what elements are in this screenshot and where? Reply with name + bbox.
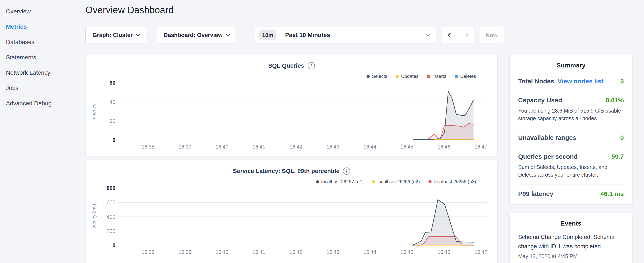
- svg-text:20: 20: [110, 118, 116, 124]
- svg-text:16:42: 16:42: [290, 144, 302, 150]
- chart-plot[interactable]: 16:3816:3916:4016:4116:4216:4316:4416:45…: [86, 160, 497, 263]
- sidebar-item-jobs[interactable]: Jobs: [0, 80, 84, 96]
- svg-text:16:47: 16:47: [474, 249, 487, 255]
- summary-row-label: Capacity Used: [518, 97, 562, 104]
- time-range-badge: 10m: [259, 30, 276, 40]
- sidebar-item-network-latency[interactable]: Network Latency: [0, 65, 84, 80]
- time-range-selector[interactable]: 10m Past 10 Minutes: [255, 27, 436, 43]
- summary-row: Capacity Used0.01%You are using 28.6 MiB…: [518, 91, 624, 128]
- summary-row: Queries per second59.7Sum of Selects, Up…: [518, 147, 624, 184]
- chart-header: SQL Queries i SelectsUpdatesInsertsDelet…: [86, 55, 497, 69]
- legend-dot-icon: [396, 75, 399, 78]
- time-range-label: Past 10 Minutes: [285, 32, 426, 39]
- svg-text:16:42: 16:42: [290, 249, 302, 255]
- previous-range-button[interactable]: [442, 27, 458, 43]
- summary-row-description: Sum of Selects, Updates, Inserts, and De…: [518, 163, 624, 179]
- svg-text:16:45: 16:45: [400, 249, 413, 255]
- summary-rows: Total NodesView nodes list3Capacity Used…: [518, 72, 624, 203]
- chevron-down-icon: [426, 33, 430, 36]
- chevron-down-icon: [226, 33, 230, 36]
- chart-card-service-latency: Service Latency: SQL, 99th percentile i …: [86, 160, 498, 263]
- summary-row: Unavailable ranges0: [518, 128, 624, 147]
- summary-row-value: 59.7: [612, 153, 624, 160]
- dashboard-dropdown-label: Dashboard: Overview: [164, 32, 222, 39]
- svg-text:16:38: 16:38: [142, 144, 154, 150]
- svg-text:16:39: 16:39: [178, 249, 191, 255]
- svg-text:600: 600: [106, 199, 116, 205]
- dashboard-dropdown[interactable]: Dashboard: Overview: [157, 27, 236, 43]
- view-nodes-list-link[interactable]: View nodes list: [558, 78, 604, 85]
- event-item: Schema Change Completed: Schema change w…: [518, 232, 624, 259]
- summary-row-value: 3: [620, 78, 624, 85]
- svg-text:16:43: 16:43: [326, 249, 339, 255]
- legend-item[interactable]: Deletes: [455, 74, 476, 79]
- chevron-down-icon: [136, 33, 140, 36]
- toolbar: Graph: Cluster Dashboard: Overview 10m P…: [86, 27, 504, 43]
- svg-text:queries: queries: [91, 104, 96, 119]
- chart-title: Service Latency: SQL, 99th percentile: [233, 168, 339, 174]
- chart-legend: localhost:26257 (n1)localhost:26259 (n2)…: [316, 179, 476, 184]
- event-timestamp: May 13, 2020 at 4:45 PM: [518, 253, 624, 259]
- svg-text:200: 200: [106, 228, 116, 234]
- time-pager: [442, 27, 475, 43]
- sidebar-item-overview[interactable]: Overview: [0, 4, 84, 19]
- graph-dropdown-label: Graph: Cluster: [92, 32, 133, 39]
- svg-text:800: 800: [106, 185, 116, 191]
- sidebar: OverviewMetricsDatabasesStatementsNetwor…: [0, 4, 84, 111]
- svg-text:16:40: 16:40: [216, 249, 228, 255]
- svg-text:16:40: 16:40: [216, 144, 228, 150]
- svg-text:16:41: 16:41: [252, 249, 265, 255]
- legend-label: localhost:26258 (n3): [434, 179, 476, 184]
- legend-label: Selects: [372, 74, 387, 79]
- legend-item[interactable]: localhost:26259 (n2): [372, 179, 420, 184]
- svg-text:16:43: 16:43: [326, 144, 339, 150]
- chart-plot[interactable]: 16:3816:3916:4016:4116:4216:4316:4416:45…: [86, 55, 497, 156]
- now-button[interactable]: Now: [479, 27, 504, 43]
- info-icon[interactable]: i: [343, 167, 350, 175]
- svg-text:16:44: 16:44: [364, 249, 376, 255]
- sidebar-item-metrics[interactable]: Metrics: [0, 19, 84, 35]
- legend-label: localhost:26257 (n1): [321, 179, 364, 184]
- sidebar-item-statements[interactable]: Statements: [0, 50, 84, 65]
- legend-label: Deletes: [460, 74, 476, 79]
- legend-item[interactable]: Inserts: [427, 74, 446, 79]
- legend-label: localhost:26259 (n2): [378, 179, 420, 184]
- chevron-right-icon: [464, 33, 468, 37]
- legend-dot-icon: [427, 75, 430, 78]
- svg-text:16:39: 16:39: [178, 144, 191, 150]
- legend-dot-icon: [428, 180, 432, 183]
- summary-row: P99 latency46.1 ms: [518, 184, 624, 203]
- svg-text:0: 0: [112, 242, 116, 248]
- svg-text:16:44: 16:44: [364, 144, 376, 150]
- event-message: Schema Change Completed: Schema change w…: [518, 232, 624, 251]
- events-list: Schema Change Completed: Schema change w…: [518, 232, 624, 259]
- sidebar-item-advanced-debug[interactable]: Advanced Debug: [0, 96, 84, 111]
- next-range-button[interactable]: [458, 27, 474, 43]
- summary-panel: Summary Total NodesView nodes list3Capac…: [510, 54, 632, 204]
- svg-text:16:38: 16:38: [142, 249, 154, 255]
- legend-dot-icon: [316, 180, 319, 183]
- legend-item[interactable]: localhost:26257 (n1): [316, 179, 364, 184]
- svg-text:0: 0: [112, 137, 116, 143]
- chart-legend: SelectsUpdatesInsertsDeletes: [366, 74, 476, 79]
- svg-text:400: 400: [106, 214, 116, 220]
- svg-text:16:41: 16:41: [252, 144, 265, 150]
- sidebar-item-databases[interactable]: Databases: [0, 35, 84, 50]
- summary-row-value: 46.1 ms: [600, 190, 624, 197]
- summary-row-label: Total Nodes: [518, 78, 554, 85]
- legend-label: Inserts: [432, 74, 446, 79]
- legend-item[interactable]: Updates: [396, 74, 418, 79]
- legend-item[interactable]: localhost:26258 (n3): [428, 179, 476, 184]
- legend-item[interactable]: Selects: [366, 74, 387, 79]
- svg-text:16:45: 16:45: [400, 144, 413, 150]
- svg-text:16:46: 16:46: [438, 144, 450, 150]
- graph-dropdown[interactable]: Graph: Cluster: [86, 27, 146, 43]
- svg-text:60: 60: [110, 80, 116, 86]
- legend-dot-icon: [455, 75, 458, 78]
- info-icon[interactable]: i: [308, 62, 315, 69]
- chart-card-sql-queries: SQL Queries i SelectsUpdatesInsertsDelet…: [86, 54, 498, 156]
- svg-text:latency (ms): latency (ms): [91, 204, 96, 229]
- summary-row-value: 0: [620, 134, 624, 141]
- svg-text:40: 40: [110, 99, 116, 105]
- chevron-left-icon: [448, 33, 452, 37]
